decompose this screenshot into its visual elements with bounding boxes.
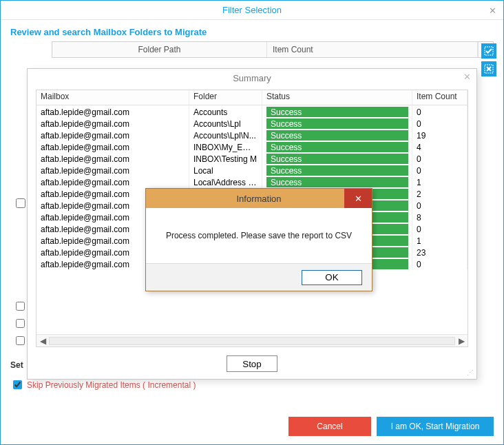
cell-mailbox: aftab.lepide@gmail.com bbox=[36, 141, 189, 152]
cell-folder: Accounts\Lpl bbox=[189, 117, 262, 129]
row-checkbox-1[interactable] bbox=[16, 198, 25, 208]
scroll-right-icon[interactable]: ▶ bbox=[455, 335, 468, 347]
skip-label: Skip Previously Migrated Items ( Increme… bbox=[27, 380, 196, 390]
summary-close-button[interactable]: ✕ bbox=[463, 72, 471, 82]
select-all-button[interactable] bbox=[481, 43, 496, 59]
table-row[interactable]: aftab.lepide@gmail.comINBOX\My_EmailsSuc… bbox=[36, 141, 468, 152]
cell-status: Success bbox=[262, 105, 412, 117]
cell-count: 2 bbox=[412, 187, 468, 199]
cell-status: Success bbox=[262, 129, 412, 141]
row-checkbox-2[interactable] bbox=[16, 302, 25, 311]
cell-count: 0 bbox=[412, 199, 468, 211]
cell-count: 4 bbox=[412, 141, 468, 152]
cell-count: 0 bbox=[412, 152, 468, 164]
cell-folder: INBOX\Testing M bbox=[189, 152, 262, 164]
scroll-track[interactable] bbox=[49, 337, 455, 345]
page-subtitle: Review and search Mailbox Folders to Mig… bbox=[1, 20, 503, 41]
col-item-count[interactable]: Item Count bbox=[412, 90, 468, 105]
row-checkbox-4[interactable] bbox=[16, 336, 25, 345]
info-titlebar: Information ✕ bbox=[146, 189, 372, 208]
information-dialog: Information ✕ Process completed. Please … bbox=[145, 188, 372, 291]
table-row[interactable]: aftab.lepide@gmail.comLocalSuccess0 bbox=[36, 164, 468, 176]
cell-folder: Local\Address B... bbox=[189, 176, 262, 187]
cell-count: 1 bbox=[412, 176, 468, 187]
resize-grip-icon[interactable]: ⋰ bbox=[467, 369, 472, 376]
cell-status: Success bbox=[262, 117, 412, 129]
check-all-icon bbox=[484, 46, 494, 56]
cancel-button[interactable]: Cancel bbox=[288, 417, 371, 436]
summary-titlebar: Summary ✕ bbox=[28, 69, 476, 87]
skip-option-row: Skip Previously Migrated Items ( Increme… bbox=[10, 378, 196, 391]
cell-mailbox: aftab.lepide@gmail.com bbox=[36, 164, 189, 176]
window-title: Filter Selection bbox=[222, 5, 282, 15]
column-item-count[interactable]: Item Count bbox=[267, 42, 478, 57]
set-label: Set bbox=[10, 360, 23, 370]
cell-status: Success bbox=[262, 141, 412, 152]
info-title: Information bbox=[236, 194, 281, 204]
cell-count: 0 bbox=[412, 117, 468, 129]
cell-count: 8 bbox=[412, 211, 468, 222]
summary-table-header: Mailbox Folder Status Item Count bbox=[36, 90, 468, 105]
cell-count: 0 bbox=[412, 164, 468, 176]
table-row[interactable]: aftab.lepide@gmail.comAccountsSuccess0 bbox=[36, 105, 468, 117]
cell-folder: Local bbox=[189, 164, 262, 176]
summary-horizontal-scrollbar[interactable]: ◀ ▶ bbox=[36, 334, 468, 346]
deselect-all-button[interactable] bbox=[481, 61, 496, 76]
cell-count: 0 bbox=[412, 105, 468, 117]
info-message: Process completed. Please save the repor… bbox=[146, 208, 372, 263]
cell-mailbox: aftab.lepide@gmail.com bbox=[36, 117, 189, 129]
skip-checkbox[interactable] bbox=[13, 380, 22, 389]
cell-status: Success bbox=[262, 152, 412, 164]
table-row[interactable]: aftab.lepide@gmail.comINBOX\Testing MSuc… bbox=[36, 152, 468, 164]
info-close-button[interactable]: ✕ bbox=[344, 189, 372, 208]
summary-title: Summary bbox=[233, 73, 271, 83]
cell-mailbox: aftab.lepide@gmail.com bbox=[36, 105, 189, 117]
cell-count: 19 bbox=[412, 129, 468, 141]
cell-count: 0 bbox=[412, 222, 468, 234]
info-footer: OK bbox=[146, 263, 372, 291]
col-folder[interactable]: Folder bbox=[189, 90, 262, 105]
table-row[interactable]: aftab.lepide@gmail.comAccounts\Lpl\N...S… bbox=[36, 129, 468, 141]
cell-status: Success bbox=[262, 176, 412, 187]
cell-count: 23 bbox=[412, 246, 468, 258]
summary-footer: Stop ⋰ bbox=[28, 349, 476, 379]
table-row[interactable]: aftab.lepide@gmail.comAccounts\LplSucces… bbox=[36, 117, 468, 129]
cell-mailbox: aftab.lepide@gmail.com bbox=[36, 129, 189, 141]
cell-folder: Accounts bbox=[189, 105, 262, 117]
window-close-button[interactable]: ✕ bbox=[485, 3, 499, 17]
cell-count: 0 bbox=[412, 258, 468, 269]
start-migration-button[interactable]: I am OK, Start Migration bbox=[377, 417, 494, 436]
cell-folder: INBOX\My_Emails bbox=[189, 141, 262, 152]
cell-status: Success bbox=[262, 164, 412, 176]
cell-mailbox: aftab.lepide@gmail.com bbox=[36, 152, 189, 164]
column-folder-path[interactable]: Folder Path bbox=[52, 42, 267, 57]
ok-button[interactable]: OK bbox=[302, 270, 362, 285]
cell-folder: Accounts\Lpl\N... bbox=[189, 129, 262, 141]
cell-mailbox: aftab.lepide@gmail.com bbox=[36, 176, 189, 187]
col-mailbox[interactable]: Mailbox bbox=[36, 90, 189, 105]
table-row[interactable]: aftab.lepide@gmail.comLocal\Address B...… bbox=[36, 176, 468, 187]
stop-button[interactable]: Stop bbox=[227, 355, 277, 372]
cell-count: 1 bbox=[412, 234, 468, 246]
uncheck-all-icon bbox=[484, 64, 494, 74]
folder-grid-header: Folder Path Item Count ▲ bbox=[52, 41, 494, 58]
window-titlebar: Filter Selection ✕ bbox=[1, 1, 503, 20]
col-status[interactable]: Status bbox=[262, 90, 412, 105]
row-checkbox-3[interactable] bbox=[16, 319, 25, 328]
scroll-left-icon[interactable]: ◀ bbox=[36, 335, 49, 347]
